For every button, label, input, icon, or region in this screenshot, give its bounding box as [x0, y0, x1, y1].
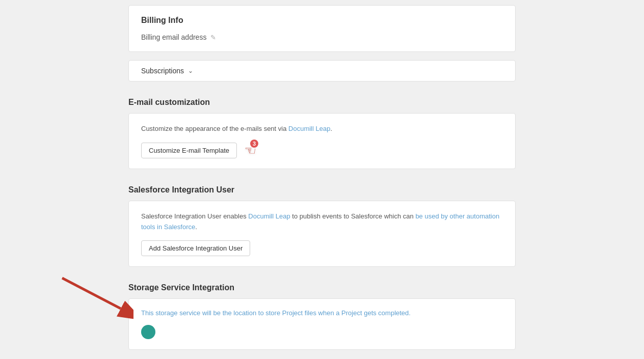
sf-desc-text2: to publish events to Salesforce which ca… [290, 212, 416, 220]
storage-desc-link2[interactable]: Project gets completed [341, 309, 409, 317]
billing-email-row: Billing email address ✎ [141, 33, 503, 41]
subscriptions-label: Subscriptions [141, 67, 184, 75]
billing-email-label: Billing email address [141, 33, 206, 41]
billing-info-card: Billing Info Billing email address ✎ [128, 5, 516, 52]
edit-icon[interactable]: ✎ [210, 34, 216, 41]
sf-desc-text1: Salesforce Integration User enables [141, 212, 248, 220]
red-arrow [42, 273, 133, 324]
salesforce-integration-card: Salesforce Integration User enables Docu… [128, 201, 516, 267]
storage-service-header: Storage Service Integration [128, 275, 516, 298]
cursor-hand-icon: ☞ [245, 144, 256, 157]
storage-service-icon [141, 325, 155, 339]
email-customization-card: Customize the appearance of the e-mails … [128, 113, 516, 169]
storage-bottom-row [141, 323, 503, 339]
sections-wrapper: E-mail customization Customize the appea… [128, 90, 516, 350]
storage-desc-text3: . [409, 309, 411, 317]
customize-button-wrapper: Customize E-mail Template 3 ☞ [141, 143, 237, 158]
storage-desc-text2: when a [316, 309, 341, 317]
chevron-down-icon: ⌄ [188, 67, 193, 74]
storage-service-card: This storage service will be the locatio… [128, 298, 516, 350]
annotation-badge: 3 [249, 139, 259, 149]
salesforce-integration-header: Salesforce Integration User [128, 177, 516, 201]
sf-desc-text3: . [195, 223, 197, 231]
salesforce-description: Salesforce Integration User enables Docu… [141, 211, 503, 233]
email-desc-text2: . [330, 125, 332, 132]
sf-desc-link1[interactable]: Documill Leap [248, 212, 290, 220]
email-customization-header: E-mail customization [128, 90, 516, 113]
email-desc-text1: Customize the appearance of the e-mails … [141, 125, 288, 132]
customize-email-template-button[interactable]: Customize E-mail Template [141, 143, 237, 158]
subscriptions-row[interactable]: Subscriptions ⌄ [128, 60, 516, 81]
add-salesforce-user-button[interactable]: Add Salesforce Integration User [141, 240, 250, 256]
svg-line-1 [62, 278, 121, 309]
cursor-annotation: 3 ☞ [245, 144, 256, 157]
storage-description: This storage service will be the locatio… [141, 309, 503, 317]
email-customization-description: Customize the appearance of the e-mails … [141, 124, 503, 134]
storage-desc-link1[interactable]: location to store Project files [233, 309, 316, 317]
email-desc-link[interactable]: Documill Leap [288, 125, 330, 132]
storage-desc-text1: This storage service will be the [141, 309, 233, 317]
billing-title: Billing Info [141, 16, 503, 25]
